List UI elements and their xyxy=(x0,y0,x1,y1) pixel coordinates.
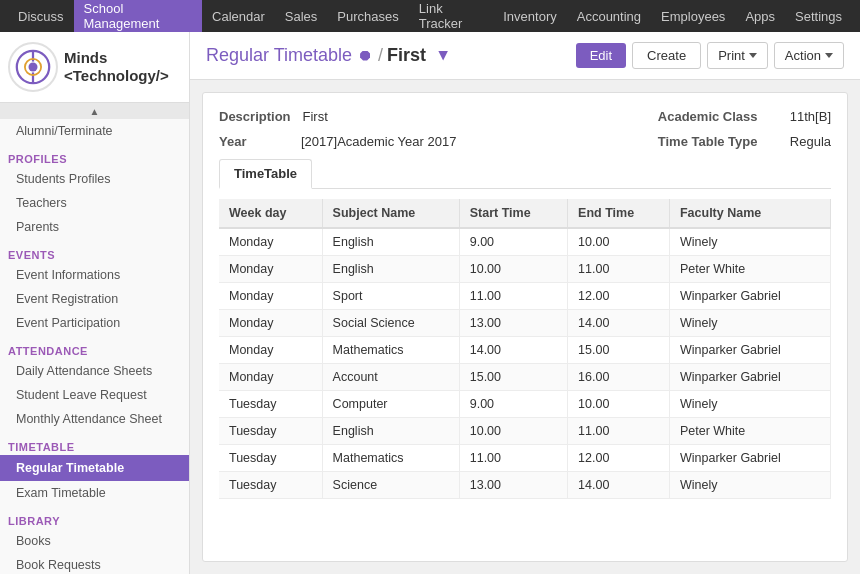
nav-discuss[interactable]: Discuss xyxy=(8,0,74,32)
table-body: MondayEnglish9.0010.00WinelyMondayEnglis… xyxy=(219,228,831,499)
table-container[interactable]: Week day Subject Name Start Time End Tim… xyxy=(219,199,831,499)
header-actions: Edit Create Print Action xyxy=(576,42,844,69)
description-label: Description xyxy=(219,109,291,124)
nav-calendar[interactable]: Calendar xyxy=(202,0,275,32)
cell-subject: Social Science xyxy=(322,499,459,500)
cell-subject: Mathematics xyxy=(322,337,459,364)
sidebar-item-alumni[interactable]: Alumni/Terminate xyxy=(0,119,189,143)
cell-start: 9.00 xyxy=(459,228,567,256)
cell-faculty: Winparker Gabriel xyxy=(669,445,830,472)
cell-faculty: Winparker Gabriel xyxy=(669,364,830,391)
table-row[interactable]: TuesdayMathematics11.0012.00Winparker Ga… xyxy=(219,445,831,472)
table-row[interactable]: TuesdayComputer9.0010.00Winely xyxy=(219,391,831,418)
sidebar-item-regular-timetable[interactable]: Regular Timetable xyxy=(0,455,189,481)
sidebar-item-student-leave[interactable]: Student Leave Request xyxy=(0,383,189,407)
cell-end: 10.00 xyxy=(568,228,670,256)
nav-settings[interactable]: Settings xyxy=(785,0,852,32)
sidebar-item-books[interactable]: Books xyxy=(0,529,189,553)
cell-end: 12.00 xyxy=(568,283,670,310)
cell-faculty: Winely xyxy=(669,391,830,418)
cell-weekday: Monday xyxy=(219,228,322,256)
form-area: Description First Academic Class 11th[B]… xyxy=(202,92,848,562)
cell-end: 12.00 xyxy=(568,445,670,472)
sidebar-scroll-up[interactable]: ▲ xyxy=(0,103,189,119)
content-header: Regular Timetable / First Edit Create Pr… xyxy=(190,32,860,80)
nav-accounting[interactable]: Accounting xyxy=(567,0,651,32)
cell-start: 9.00 xyxy=(459,391,567,418)
print-label: Print xyxy=(718,48,745,63)
tab-timetable[interactable]: TimeTable xyxy=(219,159,312,189)
nav-employees[interactable]: Employees xyxy=(651,0,735,32)
table-row[interactable]: TuesdayEnglish10.0011.00Peter White xyxy=(219,418,831,445)
edit-button[interactable]: Edit xyxy=(576,43,626,68)
breadcrumb-link[interactable]: Regular Timetable xyxy=(206,45,352,66)
sidebar-item-event-participation[interactable]: Event Participation xyxy=(0,311,189,335)
form-field-description: Description First xyxy=(219,109,328,124)
cell-end: 11.00 xyxy=(568,418,670,445)
cell-weekday: Tuesday xyxy=(219,445,322,472)
cell-end: 14.00 xyxy=(568,310,670,337)
col-end-time: End Time xyxy=(568,199,670,228)
cell-weekday: Monday xyxy=(219,283,322,310)
nav-sales[interactable]: Sales xyxy=(275,0,328,32)
table-row[interactable]: MondayEnglish9.0010.00Winely xyxy=(219,228,831,256)
action-caret xyxy=(825,53,833,58)
cell-start: 14.00 xyxy=(459,337,567,364)
cell-end: 15.00 xyxy=(568,499,670,500)
svg-point-1 xyxy=(29,63,38,72)
nav-link-tracker[interactable]: Link Tracker xyxy=(409,0,493,32)
sidebar-item-daily-attendance[interactable]: Daily Attendance Sheets xyxy=(0,359,189,383)
sidebar-item-exam-timetable[interactable]: Exam Timetable xyxy=(0,481,189,505)
cell-end: 11.00 xyxy=(568,256,670,283)
print-button[interactable]: Print xyxy=(707,42,768,69)
cell-subject: Mathematics xyxy=(322,445,459,472)
sidebar-item-event-informations[interactable]: Event Informations xyxy=(0,263,189,287)
cell-subject: English xyxy=(322,256,459,283)
cell-start: 13.00 xyxy=(459,472,567,499)
table-row[interactable]: TuesdaySocial Science14.0015.00Peter Whi… xyxy=(219,499,831,500)
table-row[interactable]: MondaySport11.0012.00Winparker Gabriel xyxy=(219,283,831,310)
sidebar-section-events: Events xyxy=(0,243,189,263)
table-row[interactable]: MondaySocial Science13.0014.00Winely xyxy=(219,310,831,337)
table-row[interactable]: MondayAccount15.0016.00Winparker Gabriel xyxy=(219,364,831,391)
table-row[interactable]: MondayEnglish10.0011.00Peter White xyxy=(219,256,831,283)
nav-school-management[interactable]: School Management xyxy=(74,0,203,32)
cell-faculty: Winparker Gabriel xyxy=(669,283,830,310)
form-field-timetable-type: Time Table Type Regula xyxy=(658,134,831,149)
cell-weekday: Tuesday xyxy=(219,472,322,499)
table-row[interactable]: MondayMathematics14.0015.00Winparker Gab… xyxy=(219,337,831,364)
nav-inventory[interactable]: Inventory xyxy=(493,0,566,32)
col-weekday: Week day xyxy=(219,199,322,228)
academic-class-label: Academic Class xyxy=(658,109,778,124)
sidebar-logo: Minds <Technology/> xyxy=(0,32,189,103)
sidebar-item-monthly-attendance[interactable]: Monthly Attendance Sheet xyxy=(0,407,189,431)
sidebar-section-library: Library xyxy=(0,509,189,529)
timetable-type-value: Regula xyxy=(790,134,831,149)
content-area: Regular Timetable / First Edit Create Pr… xyxy=(190,32,860,574)
cell-start: 13.00 xyxy=(459,310,567,337)
cell-end: 16.00 xyxy=(568,364,670,391)
cell-weekday: Tuesday xyxy=(219,418,322,445)
cell-end: 10.00 xyxy=(568,391,670,418)
table-row[interactable]: TuesdayScience13.0014.00Winely xyxy=(219,472,831,499)
cell-subject: Social Science xyxy=(322,310,459,337)
form-field-academic-class: Academic Class 11th[B] xyxy=(658,109,831,124)
table-header: Week day Subject Name Start Time End Tim… xyxy=(219,199,831,228)
col-faculty: Faculty Name xyxy=(669,199,830,228)
action-button[interactable]: Action xyxy=(774,42,844,69)
create-button[interactable]: Create xyxy=(632,42,701,69)
sidebar-item-teachers[interactable]: Teachers xyxy=(0,191,189,215)
timetable-type-label: Time Table Type xyxy=(658,134,778,149)
cell-weekday: Monday xyxy=(219,310,322,337)
cell-faculty: Winely xyxy=(669,310,830,337)
cell-weekday: Monday xyxy=(219,337,322,364)
sidebar-item-event-registration[interactable]: Event Registration xyxy=(0,287,189,311)
cell-subject: Science xyxy=(322,472,459,499)
sidebar-item-parents[interactable]: Parents xyxy=(0,215,189,239)
nav-apps[interactable]: Apps xyxy=(735,0,785,32)
cell-faculty: Peter White xyxy=(669,499,830,500)
nav-purchases[interactable]: Purchases xyxy=(327,0,408,32)
sidebar-item-students-profiles[interactable]: Students Profiles xyxy=(0,167,189,191)
breadcrumb-current: First xyxy=(387,45,426,66)
sidebar-item-book-requests[interactable]: Book Requests xyxy=(0,553,189,574)
